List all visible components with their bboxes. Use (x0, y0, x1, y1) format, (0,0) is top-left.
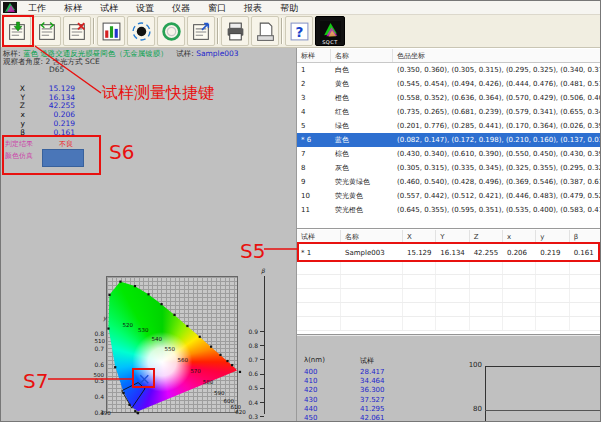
annotation-shortcut-text: 试样测量快捷键 (102, 83, 214, 104)
spectral-cell: 430 (304, 396, 317, 404)
menu-item-设置[interactable]: 设置 (127, 1, 163, 15)
chroma-y-tick: 0.6 (87, 361, 104, 368)
measure-sample-button[interactable] (3, 16, 31, 46)
spectral-cell: 36.300 (360, 386, 385, 394)
menu-item-工作[interactable]: 工作 (19, 1, 55, 15)
print-preview-button[interactable] (251, 16, 279, 46)
annotation-s6-label: S6 (109, 140, 134, 164)
sample-row[interactable]: * 1Sample00315.12916.13442.2550.2060.219… (297, 244, 601, 261)
toolbar-separator (93, 18, 95, 44)
beta-tick-mark (260, 374, 264, 375)
standards-table: 标样名称色品坐标 1白色(0.350, 0.360), (0.305, 0.31… (297, 49, 601, 228)
delete-record-button[interactable] (63, 16, 91, 46)
browse-records-button[interactable] (33, 16, 61, 46)
svg-text:?: ? (295, 23, 303, 39)
spectral-cell: 42.061 (360, 414, 385, 422)
beta-tick-mark (260, 359, 264, 360)
standards-row-6[interactable]: * 6蓝色(0.082, 0.147), (0.172, 0.198), (0.… (297, 133, 601, 147)
beta-tick-label: 0.5 (243, 384, 258, 391)
sample-empty-row (297, 289, 601, 303)
print-icon (225, 21, 246, 42)
measurement-label-Z: Z (11, 101, 25, 110)
sample-header-x: x (503, 230, 536, 243)
black-calibration-button[interactable] (127, 16, 155, 46)
menu-item-仪器[interactable]: 仪器 (163, 1, 199, 15)
spectral-cell: 450 (304, 414, 317, 422)
judgement-result: 不良 (59, 139, 73, 149)
chroma-y-tick: 0.5 (87, 377, 104, 384)
standards-row-11[interactable]: 11荧光橙色(0.645, 0.355), (0.595, 0.351), (0… (297, 203, 601, 217)
sqct-button[interactable]: SQCT (315, 16, 345, 46)
chromaticity-overlay (107, 277, 239, 414)
beta-tick-mark (260, 416, 264, 417)
measurement-label-x: x (11, 110, 25, 119)
menu-bar-items: 工作标样试样设置仪器窗口报表帮助 (19, 1, 307, 15)
application-window: 工作标样试样设置仪器窗口报表帮助 ?SQCT 标样: 蓝色 道路交通反光膜昼间色… (0, 0, 601, 422)
spectral-cell: 34.464 (360, 377, 385, 385)
reflectance-tick-80: 80 (462, 405, 482, 413)
export-record-button[interactable] (187, 16, 215, 46)
measurement-value-Z: 42.255 (35, 101, 75, 110)
white-calibration-button[interactable] (157, 16, 185, 46)
left-panel: 标样: 蓝色 道路交通反光膜昼间色（无金属镀膜） 试样: Sample003 观… (1, 48, 296, 422)
standards-row-10[interactable]: 10荧光黄色(0.557, 0.442), (0.512, 0.421), (0… (297, 189, 601, 203)
spectral-cell: 410 (304, 377, 317, 385)
print-button[interactable] (221, 16, 249, 46)
beta-tick-label: 0.6 (243, 370, 258, 377)
measurement-value-y: 0.219 (35, 119, 75, 128)
chroma-y-tick: 0.8 (87, 330, 104, 337)
wavelength-label-500: 500 (93, 372, 104, 378)
standards-row-9[interactable]: 9荧光黄绿色(0.460, 0.540), (0.428, 0.496), (0… (297, 175, 601, 189)
beta-tick-label: 0.7 (243, 356, 258, 363)
annotation-s7-label: S7 (23, 369, 48, 393)
sample-header-名称: 名称 (341, 230, 403, 243)
standards-row-2[interactable]: 2黄色(0.545, 0.454), (0.494, 0.426), (0.44… (297, 77, 601, 91)
spectral-cell: 400 (304, 368, 317, 376)
menu-bar: 工作标样试样设置仪器窗口报表帮助 (1, 1, 601, 15)
sample-point-marker (140, 375, 148, 383)
judgement-label: 判定结果 (5, 139, 33, 149)
sample-header-Z: Z (470, 230, 503, 243)
app-icon (3, 2, 17, 13)
menu-item-标样[interactable]: 标样 (55, 1, 91, 15)
sample-table: 试样名称XYZxyβ * 1Sample00315.12916.13442.25… (297, 230, 601, 334)
sample-empty-row (297, 261, 601, 275)
standards-row-8[interactable]: 8灰色(0.305, 0.315), (0.335, 0.345), (0.32… (297, 161, 601, 175)
chroma-y-tick: 0.4 (87, 393, 104, 400)
chart-view-button[interactable] (97, 16, 125, 46)
measurement-label-y: y (11, 119, 25, 128)
measurement-value-X: 15.129 (35, 84, 75, 93)
sample-table-header: 试样名称XYZxyβ (297, 230, 601, 244)
help-button[interactable]: ? (285, 16, 313, 46)
standards-header-名称: 名称 (331, 49, 393, 62)
menu-item-报表[interactable]: 报表 (235, 1, 271, 15)
color-simulation-label: 颜色仿真 (5, 151, 33, 161)
standards-row-1[interactable]: 1白色(0.350, 0.360), (0.305, 0.315), (0.29… (297, 63, 601, 77)
standards-row-7[interactable]: 7棕色(0.430, 0.340), (0.610, 0.390), (0.55… (297, 147, 601, 161)
beta-tick-label: 0.4 (243, 399, 258, 406)
chromaticity-diagram (106, 276, 238, 413)
measure-sample-icon (7, 21, 28, 42)
illuminant-label: D65 (49, 65, 64, 74)
sample-empty-row (297, 275, 601, 289)
chart-view-icon (101, 21, 122, 42)
print-preview-icon (255, 21, 276, 42)
sample-header-β: β (570, 230, 601, 243)
spectral-cell: 440 (304, 405, 317, 413)
standards-row-5[interactable]: 5绿色(0.201, 0.776), (0.285, 0.441), (0.17… (297, 119, 601, 133)
measurement-label-Y: Y (11, 93, 25, 102)
menu-item-帮助[interactable]: 帮助 (271, 1, 307, 15)
menu-item-试样[interactable]: 试样 (91, 1, 127, 15)
spectral-cell: 37.527 (360, 396, 385, 404)
toolbar-separator (217, 18, 219, 44)
standards-row-3[interactable]: 3橙色(0.558, 0.352), (0.636, 0.364), (0.57… (297, 91, 601, 105)
sample-header-Y: Y (436, 230, 469, 243)
beta-axis-label: β (261, 267, 265, 274)
sample-header-y: y (536, 230, 569, 243)
beta-tick-mark (260, 345, 264, 346)
menu-item-窗口[interactable]: 窗口 (199, 1, 235, 15)
color-simulation-swatch (42, 149, 84, 167)
sample-empty-row (297, 317, 601, 331)
standards-row-4[interactable]: 4红色(0.735, 0.265), (0.681, 0.239), (0.57… (297, 105, 601, 119)
spectral-cell: 41.295 (360, 405, 385, 413)
